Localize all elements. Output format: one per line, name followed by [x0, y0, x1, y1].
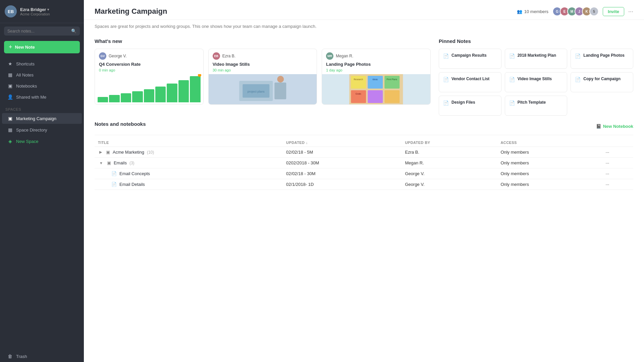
row-updated-by: Megan R.	[401, 158, 497, 168]
row-updated: 02/1/2018- 1D	[283, 179, 401, 190]
page-title: Marketing Campaign	[95, 7, 167, 16]
expand-button[interactable]: ▼	[98, 161, 104, 165]
members-info: 👥 10 members	[517, 9, 548, 14]
row-more-button[interactable]: ···	[602, 179, 633, 190]
space-icon: ▣	[7, 116, 13, 121]
pinned-title-7: Pitch Template	[518, 100, 546, 105]
row-more-button[interactable]: ···	[602, 158, 633, 168]
pinned-notes-title: Pinned Notes	[439, 38, 633, 44]
card-q4-conversion[interactable]: GV George V. Q4 Conversion Rate 0 min ag…	[95, 49, 204, 105]
svg-text:Research: Research	[354, 78, 363, 81]
expand-button[interactable]: ▶	[98, 150, 103, 154]
note-row-icon: 📄	[111, 182, 117, 187]
card-landing-page[interactable]: MR Megan R. Landing Page Photos 1 day ag…	[322, 49, 431, 105]
notebooks-icon: ▣	[7, 83, 13, 89]
card-video-image[interactable]: EB Ezra B. Video Image Stills 30 min ago…	[208, 49, 317, 105]
sidebar-item-shared[interactable]: 👤 Shared with Me	[2, 92, 82, 102]
new-note-button[interactable]: + New Note	[4, 41, 80, 53]
spaces-label: Spaces	[0, 104, 84, 113]
author-name-3: Megan R.	[336, 54, 353, 58]
notes-section-title: Notes and notebooks	[95, 121, 146, 127]
pinned-grid: 📄 Campaign Results 📄 2018 Marketing Plan…	[439, 49, 633, 116]
card-author-2: EB Ezra B.	[209, 49, 317, 62]
search-icon: 🔍	[71, 29, 76, 34]
pinned-card-5[interactable]: 📄 Copy for Campaign	[571, 72, 633, 92]
trash-icon: 🗑	[7, 354, 13, 359]
author-name-1: George V.	[109, 54, 127, 58]
page-header: Marketing Campaign 👥 10 members G E M J …	[84, 0, 644, 20]
svg-rect-15	[351, 90, 366, 103]
pinned-title-2: Landing Page Photos	[583, 53, 625, 58]
chevron-down-icon: ▾	[47, 8, 49, 11]
row-more-button[interactable]: ···	[602, 168, 633, 179]
doc-icon-3: 📄	[443, 77, 449, 82]
pinned-card-2[interactable]: 📄 Landing Page Photos	[571, 49, 633, 69]
member-count-badge: 5	[589, 7, 599, 16]
row-access: Only members	[497, 158, 602, 168]
sidebar-item-all-notes[interactable]: ▦ All Notes	[2, 69, 82, 80]
row-title-cell: ▼ ▣ Emails (3)	[95, 158, 283, 168]
sidebar-item-new-space[interactable]: ◈ New Space	[2, 136, 82, 147]
pinned-card-6[interactable]: 📄 Design Files	[439, 96, 501, 116]
doc-icon-0: 📄	[443, 53, 449, 59]
svg-text:Goals: Goals	[356, 93, 362, 95]
author-avatar-2: EB	[213, 52, 220, 60]
directory-icon: ▦	[7, 127, 13, 133]
new-notebook-button[interactable]: 📓 New Notebook	[596, 124, 633, 129]
bar-9	[190, 76, 200, 102]
sidebar-item-shortcuts[interactable]: ★ Shortcuts	[2, 58, 82, 69]
row-title-cell: 📄 Email Concepts	[95, 168, 283, 179]
author-avatar-1: GV	[99, 52, 106, 60]
user-name[interactable]: Ezra Bridger ▾	[20, 7, 50, 12]
svg-text:EB: EB	[8, 9, 14, 14]
row-updated-by: Ezra B.	[401, 147, 497, 158]
card-time-1: 0 min ago	[99, 68, 199, 72]
stickies-photo: Research ideas Print Plans Goals	[322, 74, 430, 104]
row-more-button[interactable]: ···	[602, 147, 633, 158]
pinned-card-4[interactable]: 📄 Video Image Stills	[505, 72, 568, 92]
table-row: 📄 Email Details 02/1/2018- 1D George V. …	[95, 179, 633, 190]
user-org: Acme Corporation	[20, 12, 50, 16]
card-time-2: 30 min ago	[213, 68, 313, 72]
card-author-1: GV George V.	[95, 49, 203, 62]
svg-rect-11	[368, 76, 383, 89]
card-body-1: Q4 Conversion Rate 0 min ago	[95, 62, 203, 74]
doc-icon-6: 📄	[443, 100, 449, 106]
bar-4	[132, 91, 143, 102]
bar-3	[121, 93, 131, 102]
table-header: Title Updated ↓ Updated By Access	[95, 139, 633, 147]
whats-new-title: What's new	[95, 38, 431, 44]
svg-text:ideas: ideas	[373, 78, 378, 81]
search-bar[interactable]: 🔍	[4, 27, 80, 36]
notes-icon: ▦	[7, 72, 13, 77]
row-title-cell: ▶ ▣ Acme Marketing (10)	[95, 147, 283, 158]
header-actions: 👥 10 members G E M J K 5 Invite ···	[517, 7, 633, 16]
pinned-title-1: 2018 Marketing Plan	[518, 53, 556, 58]
pinned-card-0[interactable]: 📄 Campaign Results	[439, 49, 501, 69]
pinned-card-7[interactable]: 📄 Pitch Template	[505, 96, 568, 116]
search-input[interactable]	[7, 29, 69, 34]
notebook-row-icon: ▣	[106, 150, 110, 155]
sidebar-nav: ★ Shortcuts ▦ All Notes ▣ Notebooks 👤 Sh…	[0, 57, 84, 104]
sidebar-item-space-directory[interactable]: ▦ Space Directory	[2, 124, 82, 135]
sidebar-item-notebooks[interactable]: ▣ Notebooks	[2, 81, 82, 91]
col-updated-by: Updated By	[401, 139, 497, 147]
table-row: ▶ ▣ Acme Marketing (10) 02/02/18 - 5M Ez…	[95, 147, 633, 158]
card-author-3: MR Megan R.	[322, 49, 430, 62]
sidebar-item-trash[interactable]: 🗑 Trash	[2, 351, 82, 362]
card-body-3: Landing Page Photos 1 day ago	[322, 62, 430, 74]
card-body-2: Video Image Stills 30 min ago	[209, 62, 317, 74]
sidebar-item-marketing-campaign[interactable]: ▣ Marketing Campaign	[2, 113, 82, 124]
pinned-card-1[interactable]: 📄 2018 Marketing Plan	[505, 49, 568, 69]
members-avatars: G E M J K 5	[552, 7, 599, 16]
bar-8	[178, 80, 189, 102]
page-subtitle: Spaces are great for projects and workin…	[84, 20, 644, 33]
doc-icon-2: 📄	[575, 53, 581, 59]
row-access: Only members	[497, 168, 602, 179]
row-access: Only members	[497, 147, 602, 158]
pinned-card-3[interactable]: 📄 Vendor Contact List	[439, 72, 501, 92]
row-updated: 0202/2018 - 30M	[283, 158, 401, 168]
col-updated[interactable]: Updated ↓	[283, 139, 401, 147]
more-options-button[interactable]: ···	[628, 8, 633, 15]
invite-button[interactable]: Invite	[603, 7, 624, 16]
